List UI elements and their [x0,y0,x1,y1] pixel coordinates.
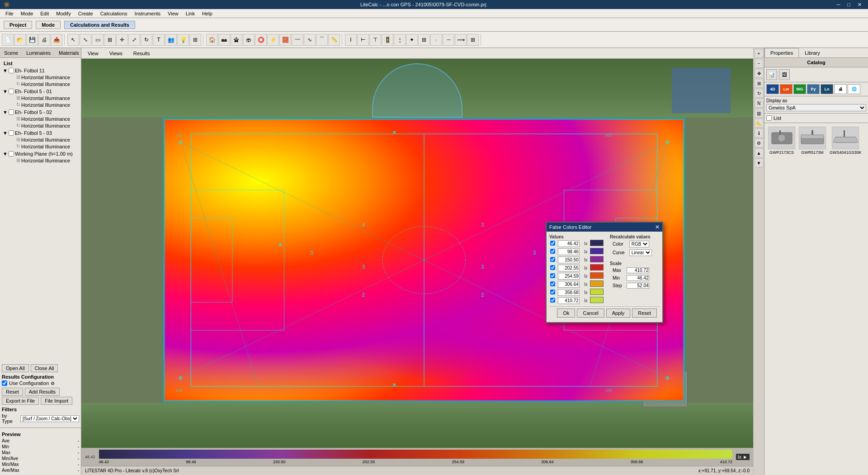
tree-child-h03-2[interactable]: ↻ Horizontal Illuminance [7,143,79,150]
zoom-out-tool[interactable]: − [755,59,764,68]
color-swatch-3[interactable] [590,256,604,262]
north-tool[interactable]: N [755,99,764,108]
road-button[interactable]: 🛣 [231,34,242,46]
tab-materials[interactable]: Materials [55,48,83,57]
tree-node-header-futbol5-03[interactable]: ▼ Eh- Fútbol 5 - 03 [2,130,79,136]
lamp-button[interactable]: 💡 [177,34,189,46]
menu-view[interactable]: View [164,10,182,17]
menu-create[interactable]: Create [75,10,97,17]
file-import-button[interactable]: File Import [41,397,72,405]
val-input-7[interactable] [558,289,580,296]
val-check-3[interactable] [550,257,555,262]
right-tab-properties[interactable]: Properties [764,48,799,57]
tree-node-header-futbol5-02[interactable]: ▼ Eh- Fútbol 5 - 02 [2,109,79,115]
reset-button[interactable]: Reset [2,388,23,396]
right-tab-library[interactable]: Library [799,48,826,57]
filter-select[interactable]: [Surf / Zoom / Calc-Obs] [20,415,79,422]
tab-luminaires[interactable]: Luminaires [22,48,55,57]
color-swatch-4[interactable] [590,264,604,271]
brand-lo[interactable]: Lo [821,84,833,94]
display-as-select[interactable]: Gewiss SpA [766,104,866,111]
open-all-button[interactable]: Open All [2,364,29,372]
print-button[interactable]: 🖨 [38,34,50,46]
zoom-in-tool[interactable]: + [755,49,764,58]
color-select[interactable]: RGB [629,241,649,247]
settings-tool[interactable]: ⚙ [755,138,764,147]
pan-tool[interactable]: ✥ [755,69,764,78]
sign-button[interactable]: 🪧 [394,34,406,46]
curve-button[interactable]: ∿ [304,34,316,46]
move-button[interactable]: ⤢ [128,34,140,46]
view-tab-results[interactable]: Results [131,50,153,57]
arc-button[interactable]: ⌒ [316,34,328,46]
catalog-image-btn[interactable]: 🖼 [779,69,790,80]
view-tab-views[interactable]: Views [107,50,125,57]
text-button[interactable]: T [153,34,165,46]
val-input-6[interactable] [558,281,580,288]
ceiling-button[interactable]: ⊤ [369,34,381,46]
tree-child-wp-1[interactable]: ⊞ Horizontal Illuminance [7,157,79,164]
pole-button[interactable]: I [345,34,357,46]
wall-button[interactable]: 🧱 [279,34,291,46]
dot-button[interactable]: · [430,34,442,46]
color-swatch-7[interactable] [590,289,604,295]
measure-side-tool[interactable]: 📐 [755,119,764,128]
export-in-file-button[interactable]: Export in File [2,397,39,405]
wall-light-button[interactable]: ⊢ [357,34,369,46]
reset-dialog-button[interactable]: Reset [632,309,657,318]
menu-file[interactable]: File [2,10,17,17]
rotate-button[interactable]: ↻ [141,34,152,46]
path-button[interactable]: ⟿ [455,34,467,46]
color-swatch-1[interactable] [590,240,604,246]
brand-lw[interactable]: Lw [780,84,793,94]
group-button[interactable]: 👥 [165,34,177,46]
menu-edit[interactable]: Edit [37,10,52,17]
rect-button[interactable]: ▭ [92,34,104,46]
val-check-8[interactable] [550,298,555,303]
menu-calculations[interactable]: Calculations [97,10,131,17]
fit-tool[interactable]: ⊞ [755,79,764,88]
product-item-3[interactable]: GWS4041GS30K [830,127,862,155]
color-swatch-5[interactable] [590,272,604,279]
grid2-button[interactable]: ⊞ [418,34,430,46]
catalog-table-btn[interactable]: 📊 [766,69,777,80]
cross-button[interactable]: ✛ [116,34,128,46]
val-input-8[interactable] [558,297,580,304]
wave-button[interactable]: 〰 [292,34,303,46]
menu-mode[interactable]: Mode [17,10,37,17]
brand-print[interactable]: 🖨 [834,84,847,94]
menu-help[interactable]: Help [198,10,216,17]
val-check-7[interactable] [550,290,555,294]
house2-button[interactable]: 🏘 [218,34,230,46]
color-swatch-2[interactable] [590,248,604,254]
circle-button[interactable]: ⭕ [255,34,267,46]
val-check-4[interactable] [550,265,555,270]
val-check-1[interactable] [550,241,555,246]
spot-button[interactable]: ✦ [406,34,418,46]
view-tab-view[interactable]: View [85,50,101,57]
select2-button[interactable]: ⤡ [80,34,91,46]
val-check-6[interactable] [550,281,555,286]
tree-child-h01-2[interactable]: ↻ Horizontal Illuminance [7,101,79,108]
val-input-5[interactable] [558,273,580,280]
up-tool[interactable]: ▲ [755,148,764,157]
dialog-close-button[interactable]: ✕ [655,224,660,230]
node-checkbox-futbol5-01[interactable] [9,89,14,94]
tab-scene[interactable]: Scene [0,48,22,57]
val-input-1[interactable] [558,240,580,247]
down-tool[interactable]: ▼ [755,158,764,167]
maximize-button[interactable]: □ [844,2,853,8]
measure-button[interactable]: 📏 [328,34,340,46]
use-config-checkbox[interactable] [2,380,7,386]
add-results-button[interactable]: Add Results [25,388,60,396]
tree-child-h01-1[interactable]: ⊞ Horizontal Illuminance [7,95,79,101]
close-all-button[interactable]: Close All [31,364,58,372]
menu-link[interactable]: Link [182,10,198,17]
tree-child-h02-1[interactable]: ⊞ Horizontal Illuminance [7,115,79,122]
tree-child-horiz2[interactable]: ↻ Horizontal Illuminance [7,81,79,87]
new-button[interactable]: 📄 [2,34,14,46]
tree-node-header-working-plane[interactable]: ▼ Working Plane (h=1.00 m) [2,151,79,157]
menu-modify[interactable]: Modify [52,10,74,17]
tree-node-header-futbol11[interactable]: ▼ Eh- Fútbol 11 [2,67,79,74]
rotate-3d-tool[interactable]: ↻ [755,89,764,98]
